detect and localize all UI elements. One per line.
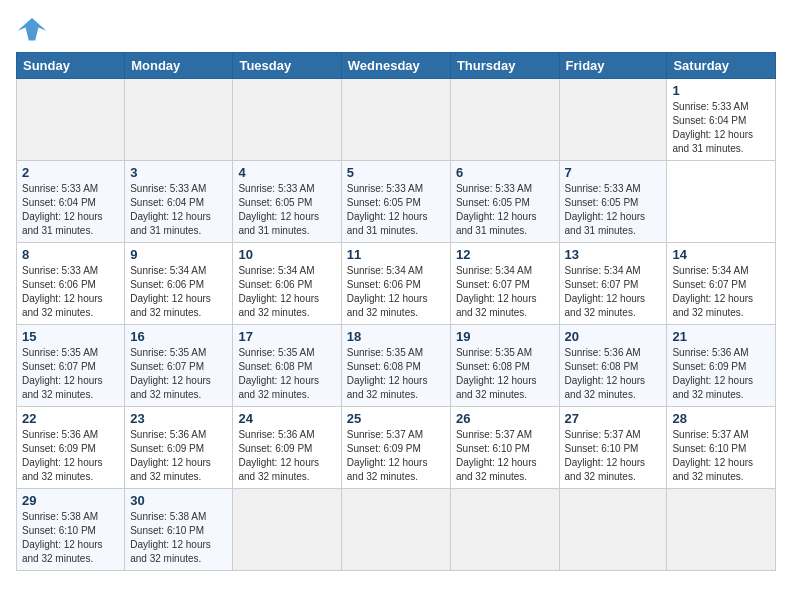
day-cell-7: 7Sunrise: 5:33 AMSunset: 6:05 PMDaylight…: [559, 161, 667, 243]
day-cell-16: 16Sunrise: 5:35 AMSunset: 6:07 PMDayligh…: [125, 325, 233, 407]
day-number: 14: [672, 247, 770, 262]
day-number: 6: [456, 165, 554, 180]
day-cell-18: 18Sunrise: 5:35 AMSunset: 6:08 PMDayligh…: [341, 325, 450, 407]
empty-cell: [233, 79, 341, 161]
day-number: 8: [22, 247, 119, 262]
day-cell-3: 3Sunrise: 5:33 AMSunset: 6:04 PMDaylight…: [125, 161, 233, 243]
day-info: Sunrise: 5:36 AMSunset: 6:08 PMDaylight:…: [565, 346, 662, 402]
header-thursday: Thursday: [450, 53, 559, 79]
day-cell-28: 28Sunrise: 5:37 AMSunset: 6:10 PMDayligh…: [667, 407, 776, 489]
page-header: [16, 16, 776, 44]
empty-cell: [450, 489, 559, 571]
day-number: 13: [565, 247, 662, 262]
day-number: 18: [347, 329, 445, 344]
day-info: Sunrise: 5:35 AMSunset: 6:07 PMDaylight:…: [130, 346, 227, 402]
calendar-week-1: 1Sunrise: 5:33 AMSunset: 6:04 PMDaylight…: [17, 79, 776, 161]
day-number: 2: [22, 165, 119, 180]
day-info: Sunrise: 5:35 AMSunset: 6:08 PMDaylight:…: [238, 346, 335, 402]
day-cell-15: 15Sunrise: 5:35 AMSunset: 6:07 PMDayligh…: [17, 325, 125, 407]
day-number: 24: [238, 411, 335, 426]
day-info: Sunrise: 5:33 AMSunset: 6:04 PMDaylight:…: [672, 100, 770, 156]
day-cell-12: 12Sunrise: 5:34 AMSunset: 6:07 PMDayligh…: [450, 243, 559, 325]
day-number: 27: [565, 411, 662, 426]
day-info: Sunrise: 5:37 AMSunset: 6:10 PMDaylight:…: [565, 428, 662, 484]
day-cell-26: 26Sunrise: 5:37 AMSunset: 6:10 PMDayligh…: [450, 407, 559, 489]
day-info: Sunrise: 5:34 AMSunset: 6:07 PMDaylight:…: [565, 264, 662, 320]
day-cell-24: 24Sunrise: 5:36 AMSunset: 6:09 PMDayligh…: [233, 407, 341, 489]
empty-cell: [125, 79, 233, 161]
day-info: Sunrise: 5:36 AMSunset: 6:09 PMDaylight:…: [130, 428, 227, 484]
day-info: Sunrise: 5:35 AMSunset: 6:08 PMDaylight:…: [347, 346, 445, 402]
day-info: Sunrise: 5:34 AMSunset: 6:06 PMDaylight:…: [238, 264, 335, 320]
empty-cell: [341, 489, 450, 571]
day-number: 21: [672, 329, 770, 344]
day-info: Sunrise: 5:33 AMSunset: 6:05 PMDaylight:…: [347, 182, 445, 238]
day-number: 16: [130, 329, 227, 344]
day-number: 10: [238, 247, 335, 262]
calendar-week-5: 22Sunrise: 5:36 AMSunset: 6:09 PMDayligh…: [17, 407, 776, 489]
day-info: Sunrise: 5:33 AMSunset: 6:06 PMDaylight:…: [22, 264, 119, 320]
empty-cell: [667, 489, 776, 571]
day-cell-30: 30Sunrise: 5:38 AMSunset: 6:10 PMDayligh…: [125, 489, 233, 571]
day-cell-19: 19Sunrise: 5:35 AMSunset: 6:08 PMDayligh…: [450, 325, 559, 407]
day-cell-11: 11Sunrise: 5:34 AMSunset: 6:06 PMDayligh…: [341, 243, 450, 325]
day-cell-14: 14Sunrise: 5:34 AMSunset: 6:07 PMDayligh…: [667, 243, 776, 325]
day-info: Sunrise: 5:36 AMSunset: 6:09 PMDaylight:…: [238, 428, 335, 484]
day-number: 7: [565, 165, 662, 180]
empty-cell: [559, 489, 667, 571]
day-number: 11: [347, 247, 445, 262]
day-number: 3: [130, 165, 227, 180]
day-info: Sunrise: 5:33 AMSunset: 6:04 PMDaylight:…: [130, 182, 227, 238]
day-info: Sunrise: 5:35 AMSunset: 6:07 PMDaylight:…: [22, 346, 119, 402]
day-cell-13: 13Sunrise: 5:34 AMSunset: 6:07 PMDayligh…: [559, 243, 667, 325]
calendar-week-4: 15Sunrise: 5:35 AMSunset: 6:07 PMDayligh…: [17, 325, 776, 407]
logo: [16, 16, 52, 44]
empty-cell: [559, 79, 667, 161]
day-info: Sunrise: 5:34 AMSunset: 6:06 PMDaylight:…: [130, 264, 227, 320]
day-number: 28: [672, 411, 770, 426]
day-number: 29: [22, 493, 119, 508]
day-info: Sunrise: 5:33 AMSunset: 6:05 PMDaylight:…: [565, 182, 662, 238]
day-number: 22: [22, 411, 119, 426]
empty-cell: [450, 79, 559, 161]
calendar-week-3: 8Sunrise: 5:33 AMSunset: 6:06 PMDaylight…: [17, 243, 776, 325]
day-cell-6: 6Sunrise: 5:33 AMSunset: 6:05 PMDaylight…: [450, 161, 559, 243]
day-cell-22: 22Sunrise: 5:36 AMSunset: 6:09 PMDayligh…: [17, 407, 125, 489]
day-cell-9: 9Sunrise: 5:34 AMSunset: 6:06 PMDaylight…: [125, 243, 233, 325]
empty-cell: [17, 79, 125, 161]
empty-cell: [233, 489, 341, 571]
day-number: 25: [347, 411, 445, 426]
day-info: Sunrise: 5:37 AMSunset: 6:09 PMDaylight:…: [347, 428, 445, 484]
day-info: Sunrise: 5:36 AMSunset: 6:09 PMDaylight:…: [22, 428, 119, 484]
day-number: 15: [22, 329, 119, 344]
day-cell-10: 10Sunrise: 5:34 AMSunset: 6:06 PMDayligh…: [233, 243, 341, 325]
calendar-week-2: 2Sunrise: 5:33 AMSunset: 6:04 PMDaylight…: [17, 161, 776, 243]
header-tuesday: Tuesday: [233, 53, 341, 79]
day-info: Sunrise: 5:34 AMSunset: 6:07 PMDaylight:…: [456, 264, 554, 320]
day-number: 20: [565, 329, 662, 344]
day-info: Sunrise: 5:35 AMSunset: 6:08 PMDaylight:…: [456, 346, 554, 402]
day-info: Sunrise: 5:36 AMSunset: 6:09 PMDaylight:…: [672, 346, 770, 402]
day-info: Sunrise: 5:38 AMSunset: 6:10 PMDaylight:…: [22, 510, 119, 566]
day-info: Sunrise: 5:38 AMSunset: 6:10 PMDaylight:…: [130, 510, 227, 566]
calendar-week-6: 29Sunrise: 5:38 AMSunset: 6:10 PMDayligh…: [17, 489, 776, 571]
header-saturday: Saturday: [667, 53, 776, 79]
day-info: Sunrise: 5:37 AMSunset: 6:10 PMDaylight:…: [456, 428, 554, 484]
day-cell-4: 4Sunrise: 5:33 AMSunset: 6:05 PMDaylight…: [233, 161, 341, 243]
header-sunday: Sunday: [17, 53, 125, 79]
day-cell-20: 20Sunrise: 5:36 AMSunset: 6:08 PMDayligh…: [559, 325, 667, 407]
day-info: Sunrise: 5:34 AMSunset: 6:07 PMDaylight:…: [672, 264, 770, 320]
day-info: Sunrise: 5:33 AMSunset: 6:05 PMDaylight:…: [456, 182, 554, 238]
day-number: 5: [347, 165, 445, 180]
day-number: 12: [456, 247, 554, 262]
day-cell-29: 29Sunrise: 5:38 AMSunset: 6:10 PMDayligh…: [17, 489, 125, 571]
day-cell-27: 27Sunrise: 5:37 AMSunset: 6:10 PMDayligh…: [559, 407, 667, 489]
day-info: Sunrise: 5:33 AMSunset: 6:05 PMDaylight:…: [238, 182, 335, 238]
day-cell-25: 25Sunrise: 5:37 AMSunset: 6:09 PMDayligh…: [341, 407, 450, 489]
day-number: 1: [672, 83, 770, 98]
day-cell-1: 1Sunrise: 5:33 AMSunset: 6:04 PMDaylight…: [667, 79, 776, 161]
day-info: Sunrise: 5:34 AMSunset: 6:06 PMDaylight:…: [347, 264, 445, 320]
day-number: 9: [130, 247, 227, 262]
day-info: Sunrise: 5:33 AMSunset: 6:04 PMDaylight:…: [22, 182, 119, 238]
day-cell-5: 5Sunrise: 5:33 AMSunset: 6:05 PMDaylight…: [341, 161, 450, 243]
